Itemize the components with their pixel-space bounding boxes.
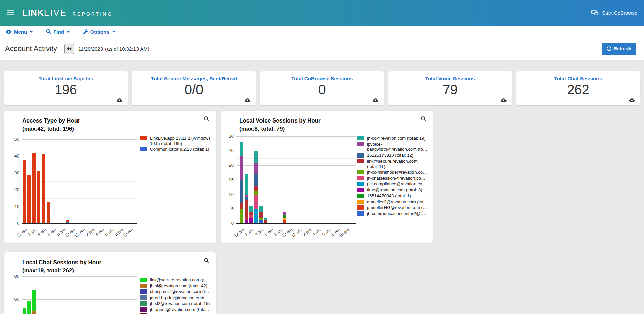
legend-label: link@secure.revation.com (total: 11)	[367, 159, 418, 169]
legend-color-swatch	[357, 200, 364, 204]
legend-item: ipvoice- bandwidth@revation.com (to…	[357, 142, 428, 152]
y-tick-label: 20	[223, 163, 234, 168]
toolbar: Menu Find Options	[0, 26, 644, 38]
bar-segment	[259, 218, 263, 221]
stat-card: Total Chat Sessions 262	[516, 71, 640, 105]
y-tick-label: 20	[8, 187, 19, 192]
bar-segment	[254, 151, 258, 163]
hamburger-menu-icon[interactable]	[7, 9, 15, 16]
stat-card-title: Total Secure Messages, Sent/Recvd	[132, 76, 256, 81]
legend-color-swatch	[140, 307, 147, 312]
legend-label: jh-chatsession@revation.co…	[367, 176, 425, 181]
bar-segment	[259, 220, 263, 223]
legend-item: gmueller2@revation.com (tot…	[357, 199, 428, 205]
legend-item: jh-cc-minimode@revation.co…	[357, 170, 428, 175]
wrench-icon	[83, 29, 88, 34]
start-cobrowse-label: Start CoBrowse	[602, 10, 637, 16]
logo-reporting-text: REPORTING	[72, 11, 113, 17]
charts-row-1: Access Type by Hour (max:42, total: 196)…	[4, 111, 640, 243]
dashboard-body: Total LinkLive Sign Ins 196 Total Secure…	[0, 60, 644, 314]
find-dropdown[interactable]: Find	[46, 29, 70, 35]
chart-legend: LinkLive.app 23.11.2 (Windows 10.0) (tot…	[140, 136, 211, 152]
legend-label: link@secure.revation.com (t…	[150, 277, 209, 283]
bar-segment	[264, 220, 267, 223]
rewind-date-button[interactable]	[64, 44, 74, 54]
bar-segment	[42, 154, 45, 223]
legend-label: jared-hg-dev@revation.com…	[150, 295, 209, 301]
legend-color-swatch	[140, 147, 147, 151]
y-tick-label: 10	[223, 192, 234, 197]
legend-item: chrisg-conf@revation.com (t…	[140, 289, 211, 294]
logo-live-text: LIVE	[44, 8, 67, 18]
legend-color-swatch	[357, 170, 364, 174]
legend-color-swatch	[357, 142, 364, 146]
legend-item: Communicator 9.2.23 (total: 1)	[140, 147, 211, 152]
search-icon	[46, 29, 51, 34]
chart-card-access-type: Access Type by Hour (max:42, total: 196)…	[4, 111, 216, 243]
legend-label: Communicator 9.2.23 (total: 1)	[150, 147, 209, 152]
legend-color-swatch	[357, 194, 364, 198]
legend-item: jh-sl@revation.com (total: 42)	[140, 283, 211, 289]
legend-item: jh-agent@revation.com (total…	[140, 307, 211, 312]
bar-segment	[254, 174, 258, 186]
bar-segment	[240, 142, 243, 156]
options-label: Options	[90, 29, 110, 35]
legend-item: gmuellerHG@revation.com (…	[357, 205, 428, 210]
logo-link-text: LINK	[22, 8, 44, 18]
y-tick-label: 5	[223, 206, 234, 211]
chart-plot-area: 0102030405012 am2 am4 am6 am8 am10 am12 …	[4, 111, 216, 243]
refresh-icon	[607, 46, 611, 51]
chart-legend: jh-cc@revation.com (total: 19)ipvoice- b…	[357, 136, 428, 216]
legend-label: jh-communicationcenter2@r…	[367, 211, 426, 216]
bar-segment	[259, 206, 263, 212]
bar-segment	[249, 206, 253, 212]
legend-color-swatch	[357, 159, 364, 163]
bar-segment	[254, 186, 258, 191]
y-gridline	[22, 156, 137, 156]
stat-card-title: Total Chat Sessions	[516, 76, 640, 81]
legend-item: jh-cc@revation.com (total: 19)	[357, 136, 428, 141]
y-gridline	[236, 136, 356, 137]
legend-color-swatch	[140, 278, 147, 282]
bar-segment	[47, 202, 50, 223]
bar-segment	[32, 290, 36, 311]
legend-label: jh-cc-minimode@revation.co…	[367, 170, 427, 175]
legend-color-swatch	[357, 182, 364, 186]
refresh-button[interactable]: Refresh	[602, 43, 636, 55]
legend-label: gmueller2@revation.com (tot…	[367, 199, 428, 205]
bar-segment	[240, 180, 243, 203]
legend-color-swatch	[140, 136, 147, 140]
bar-segment	[32, 311, 36, 314]
legend-item: 16125173810 (total: 12)	[357, 153, 428, 158]
report-date: 11/20/2023	[78, 46, 103, 52]
legend-color-swatch	[357, 153, 364, 158]
legend-color-swatch	[357, 211, 364, 216]
caret-down-icon	[67, 31, 70, 33]
bar-segment	[32, 153, 36, 223]
download-cloud-icon[interactable]	[373, 98, 378, 102]
menu-dropdown[interactable]: Menu	[6, 29, 33, 35]
download-cloud-icon[interactable]	[629, 98, 635, 102]
bar-segment	[240, 156, 243, 180]
legend-label: gmuellerHG@revation.com (…	[367, 205, 427, 210]
bar-segment	[283, 212, 286, 215]
bar-segment	[23, 308, 26, 314]
legend-label: 16514470843 (total: 1)	[367, 193, 411, 199]
legend-item: jh-chatsession@revation.co…	[357, 176, 428, 181]
bar-segment	[283, 220, 286, 223]
bar-segment	[27, 175, 31, 223]
charts-row-2: Local Chat Sessions by Hour (max:19, tot…	[4, 248, 640, 314]
eye-icon	[6, 30, 12, 34]
bar-segment	[27, 301, 31, 314]
download-cloud-icon[interactable]	[245, 98, 250, 102]
download-cloud-icon[interactable]	[117, 98, 122, 102]
download-cloud-icon[interactable]	[501, 98, 507, 102]
bar-segment	[245, 197, 248, 200]
start-cobrowse-button[interactable]: Start CoBrowse	[591, 10, 637, 16]
legend-item: link@secure.revation.com (total: 11)	[357, 159, 428, 169]
legend-label: jh-cc@revation.com (total: 19)	[367, 136, 426, 141]
y-tick-label: 80	[8, 274, 19, 279]
stat-card: Total Secure Messages, Sent/Recvd 0/0	[132, 71, 256, 105]
bar-segment	[254, 191, 258, 195]
options-dropdown[interactable]: Options	[83, 29, 116, 35]
